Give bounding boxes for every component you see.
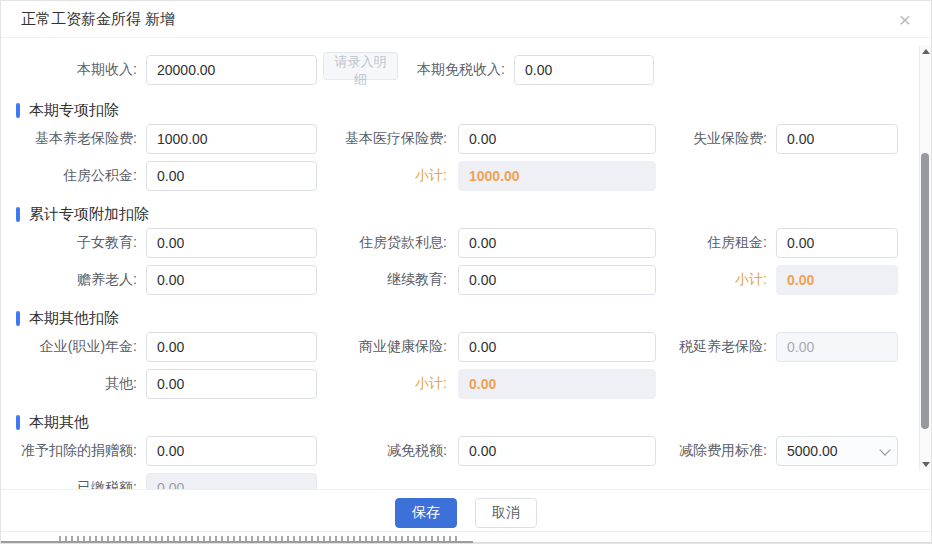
close-icon[interactable]: × <box>897 9 913 30</box>
donation-label: 准予扣除的捐赠额: <box>16 442 141 460</box>
table-row: 企业(职业)年金: 商业健康保险: 税延养老保险: <box>16 332 931 362</box>
current-income-label: 本期收入: <box>16 61 141 79</box>
tax-deferred-pension-label: 税延养老保险: <box>661 338 771 356</box>
commercial-health-input[interactable] <box>458 332 656 362</box>
continuing-education-label: 继续教育: <box>322 271 451 289</box>
background-page-edge <box>1 531 931 543</box>
section-bar-icon <box>16 415 20 430</box>
medical-label: 基本医疗保险费: <box>322 130 451 148</box>
dialog-body: 本期收入: 请录入明细 本期免税收入: 本期专项扣除 基本养老保险费: 基本医疗… <box>1 38 931 489</box>
vertical-scrollbar[interactable] <box>919 45 931 471</box>
table-row-paid-tax-clipped: 已缴税额: <box>16 473 931 489</box>
dialog-header: 正常工资薪金所得 新增 × <box>1 1 931 38</box>
children-education-label: 子女教育: <box>16 234 141 252</box>
housing-loan-interest-input[interactable] <box>458 228 656 258</box>
section-header-additional-deduction: 累计专项附加扣除 <box>16 205 931 224</box>
scroll-down-icon[interactable] <box>922 462 930 467</box>
section-header-other-deduction: 本期其他扣除 <box>16 309 931 328</box>
annuity-label: 企业(职业)年金: <box>16 338 141 356</box>
table-row: 基本养老保险费: 基本医疗保险费: 失业保险费: <box>16 124 931 154</box>
children-education-input[interactable] <box>146 228 317 258</box>
unemployment-input[interactable] <box>776 124 898 154</box>
deduction-standard-label: 减除费用标准: <box>661 442 771 460</box>
housing-fund-label: 住房公积金: <box>16 167 141 185</box>
table-row: 准予扣除的捐赠额: 减免税额: 减除费用标准: 5000.00 <box>16 436 931 466</box>
other-deduction-label: 其他: <box>16 375 141 393</box>
table-row: 子女教育: 住房贷款利息: 住房租金: <box>16 228 931 258</box>
tax-free-income-input[interactable] <box>514 55 654 85</box>
housing-fund-input[interactable] <box>146 161 317 191</box>
clipped-divider-light <box>473 542 931 543</box>
deduction-standard-value: 5000.00 <box>787 443 838 459</box>
chevron-down-icon <box>879 444 890 455</box>
other-deduction-input[interactable] <box>146 369 317 399</box>
section-header-other: 本期其他 <box>16 413 931 432</box>
special-subtotal-field <box>458 161 656 191</box>
medical-input[interactable] <box>458 124 656 154</box>
enter-detail-button[interactable]: 请录入明细 <box>323 52 398 80</box>
continuing-education-input[interactable] <box>458 265 656 295</box>
section-title: 本期其他 <box>29 413 89 432</box>
subtotal-label: 小计: <box>322 167 451 185</box>
commercial-health-label: 商业健康保险: <box>322 338 451 356</box>
scroll-up-icon[interactable] <box>922 49 930 54</box>
tax-reduction-label: 减免税额: <box>322 442 451 460</box>
table-row: 赡养老人: 继续教育: 小计: <box>16 265 931 295</box>
scrollbar-thumb[interactable] <box>921 153 929 429</box>
tax-reduction-input[interactable] <box>458 436 656 466</box>
pension-input[interactable] <box>146 124 317 154</box>
subtotal-label: 小计: <box>661 271 771 289</box>
tax-deferred-pension-field <box>776 332 898 362</box>
paid-tax-field <box>146 473 317 489</box>
section-bar-icon <box>16 207 20 222</box>
section-title: 本期其他扣除 <box>29 309 119 328</box>
tax-free-income-label: 本期免税收入: <box>398 61 509 79</box>
dialog-title: 正常工资薪金所得 新增 <box>21 10 175 29</box>
dialog-normal-salary-add: 正常工资薪金所得 新增 × 本期收入: 请录入明细 本期免税收入: 本期专项扣除… <box>0 0 932 544</box>
save-button[interactable]: 保存 <box>395 498 457 528</box>
pension-label: 基本养老保险费: <box>16 130 141 148</box>
section-title: 本期专项扣除 <box>29 101 119 120</box>
other-deduction-subtotal-field <box>458 369 656 399</box>
additional-subtotal-field <box>776 265 898 295</box>
current-income-input[interactable] <box>146 55 317 85</box>
section-header-special-deduction: 本期专项扣除 <box>16 101 931 120</box>
elderly-support-label: 赡养老人: <box>16 271 141 289</box>
row-income: 本期收入: 请录入明细 本期免税收入: <box>16 52 931 88</box>
section-bar-icon <box>16 103 20 118</box>
deduction-standard-select[interactable]: 5000.00 <box>776 436 898 466</box>
elderly-support-input[interactable] <box>146 265 317 295</box>
table-row: 住房公积金: 小计: <box>16 161 931 191</box>
housing-rent-input[interactable] <box>776 228 898 258</box>
cancel-button[interactable]: 取消 <box>475 498 537 528</box>
dialog-footer: 保存 取消 <box>1 489 931 534</box>
annuity-input[interactable] <box>146 332 317 362</box>
housing-loan-interest-label: 住房贷款利息: <box>322 234 451 252</box>
unemployment-label: 失业保险费: <box>661 130 771 148</box>
paid-tax-label: 已缴税额: <box>16 479 141 489</box>
subtotal-label: 小计: <box>322 375 451 393</box>
housing-rent-label: 住房租金: <box>661 234 771 252</box>
table-row: 其他: 小计: <box>16 369 931 399</box>
section-bar-icon <box>16 311 20 326</box>
section-title: 累计专项附加扣除 <box>29 205 149 224</box>
donation-input[interactable] <box>146 436 317 466</box>
clipped-divider <box>1 541 473 543</box>
